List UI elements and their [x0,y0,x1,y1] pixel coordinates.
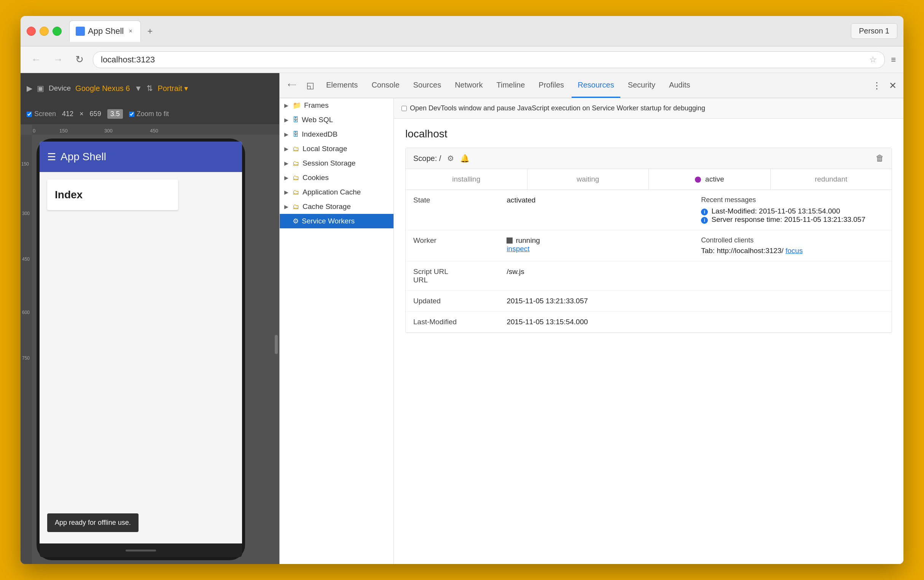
new-tab-button[interactable]: + [142,24,158,39]
devtools-close-button[interactable]: ✕ [886,77,900,94]
folder-icon: 📁 [293,101,301,110]
controlled-clients-title: Controlled clients [701,236,888,244]
orientation-selector[interactable]: Portrait ▾ [158,84,188,93]
tab-network[interactable]: Network [449,73,489,98]
ruler-tick-150: 150 [59,128,68,133]
tab-close-button[interactable]: × [127,27,134,35]
maximize-button[interactable] [53,26,62,36]
zoom-to-fit-checkbox[interactable]: Zoom to fit [129,110,169,118]
localhost-section: localhost Scope: / ⚙ 🔔 🗑 [394,119,903,342]
app-header: ☰ App Shell [40,142,242,172]
stop-worker-button[interactable] [507,237,512,244]
screen-checkbox[interactable]: Screen [26,110,56,118]
screen-checkbox-input[interactable] [26,112,32,117]
tab-favicon [76,26,85,36]
sw-bell-icon[interactable]: 🔔 [460,154,469,163]
tab-profiles[interactable]: Profiles [532,73,570,98]
app-title: App Shell [61,151,106,163]
menu-icon[interactable]: ≡ [891,55,896,65]
sidebar-item-session-storage[interactable]: ▶ 🗂 Session Storage [280,156,394,170]
folder-icon: 🗂 [293,145,300,153]
sw-tab-active[interactable]: active [649,169,771,189]
inspect-link[interactable]: inspect [507,245,693,253]
sidebar-item-cache-storage[interactable]: ▶ 🗂 Cache Storage [280,199,394,214]
forward-button[interactable]: → [50,52,66,67]
worker-label: Worker [406,230,503,262]
db-icon: 🗄 [293,117,299,123]
sidebar-item-websql[interactable]: ▶ 🗄 Web SQL [280,113,394,127]
tab-console[interactable]: Console [365,73,405,98]
tab-elements[interactable]: Elements [320,73,364,98]
folder-icon: 🗂 [293,160,300,168]
ruler-tick-150v: 150 [21,161,29,167]
toolbar-device-icon[interactable]: ▣ [37,84,44,93]
tab-timeline[interactable]: Timeline [491,73,531,98]
info-icon-2: i [701,217,708,224]
sidebar-item-frames[interactable]: ▶ 📁 Frames [280,98,394,113]
localhost-title: localhost [405,128,892,140]
sidebar-item-indexeddb[interactable]: ▶ 🗄 IndexedDB [280,127,394,142]
toolbar-cursor-icon[interactable]: ▶ [26,84,32,93]
device-down-arrow[interactable]: ▼ [135,84,142,93]
ruler-tick-300: 300 [104,128,113,133]
device-screen: ☰ App Shell Index App ready for offline … [40,142,242,557]
updated-value: 2015-11-05 13:21:33.057 [503,291,697,312]
hamburger-icon: ☰ [47,151,56,163]
offline-toast: App ready for offline use. [47,513,138,532]
sw-tab-redundant[interactable]: redundant [771,169,892,189]
title-bar: App Shell × + Person 1 [21,16,903,46]
sw-debug-checkbox[interactable] [402,106,407,111]
devtools-container: ▶ ▣ Device Google Nexus 6 ▼ ⇅ Portrait ▾… [21,73,903,564]
sidebar-item-local-storage[interactable]: ▶ 🗂 Local Storage [280,142,394,156]
url-bar[interactable]: localhost:3123 ☆ [93,51,885,68]
reload-button[interactable]: ↻ [72,52,87,67]
worker-value: running inspect [503,230,697,262]
address-bar: ← → ↻ localhost:3123 ☆ ≡ [21,46,903,73]
focus-link[interactable]: focus [786,247,802,255]
device-label-text: Device [49,84,71,92]
index-card: Index [47,180,178,210]
sidebar-item-app-cache[interactable]: ▶ 🗂 Application Cache [280,185,394,199]
device-name: Google Nexus 6 [75,84,130,93]
sw-status-tabs: installing waiting active [406,169,892,190]
url-text: localhost:3123 [101,55,865,65]
sw-debug-label: Open DevTools window and pause JavaScrip… [410,104,705,112]
app-content: Index App ready for offline use. [40,172,242,544]
devtools-panel: ⬸ ◱ Elements Console Sources Network Tim… [279,73,903,564]
ruler-tick-300v: 300 [22,211,30,216]
sw-settings-icon[interactable]: ⚙ [447,154,454,163]
resources-sidebar: ▶ 📁 Frames ▶ 🗄 Web SQL ▶ 🗄 IndexedDB [280,98,394,564]
back-button[interactable]: ← [28,52,44,67]
last-modified-label: Last-Modified [406,312,503,333]
zoom-to-fit-input[interactable] [129,112,134,117]
more-tabs-button[interactable]: ⋮ [869,77,884,94]
tab-audits[interactable]: Audits [663,73,697,98]
state-value: activated [503,190,697,230]
screen-info-bar: Screen 412 × 659 3.5 Zoom to fit [21,104,279,125]
sw-details: State activated Recent messages i Last-M… [406,190,892,333]
sidebar-item-service-workers[interactable]: ⚙ Service Workers [280,214,394,228]
updated-extra [697,291,892,312]
expand-arrow: ▶ [284,175,290,181]
device-bottom-bar [40,544,242,557]
sidebar-item-cookies[interactable]: ▶ 🗂 Cookies [280,170,394,185]
swap-dimensions-icon[interactable]: ⇅ [147,84,153,93]
minimize-button[interactable] [40,26,49,36]
device-frame: ☰ App Shell Index App ready for offline … [36,138,245,560]
profile-button[interactable]: Person 1 [851,23,898,39]
sw-tab-waiting[interactable]: waiting [527,169,649,189]
mobile-tab-icon[interactable]: ◱ [302,77,318,94]
tab-resources[interactable]: Resources [572,73,620,98]
active-tab[interactable]: App Shell × [69,21,141,42]
sw-tab-installing[interactable]: installing [406,169,527,189]
tab-sources[interactable]: Sources [407,73,447,98]
cursor-tab-icon[interactable]: ⬸ [283,77,300,94]
resize-handle[interactable] [275,335,278,354]
tab-security[interactable]: Security [622,73,661,98]
ruler-tick-450v: 450 [22,257,30,262]
sw-icon: ⚙ [293,217,299,225]
devtools-tabs: ⬸ ◱ Elements Console Sources Network Tim… [280,73,903,98]
bookmark-icon[interactable]: ☆ [869,55,877,65]
close-button[interactable] [26,26,36,36]
sw-delete-button[interactable]: 🗑 [876,153,884,163]
